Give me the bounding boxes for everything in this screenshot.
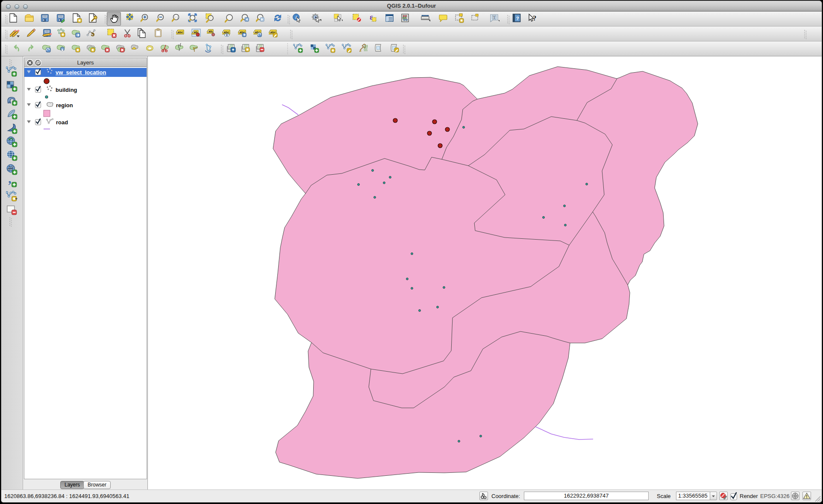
svg-text:i: i [296, 15, 297, 20]
svg-text:?: ? [516, 16, 519, 21]
svg-text:ab: ab [209, 29, 212, 33]
svg-text:T: T [493, 15, 496, 20]
svg-text:?: ? [533, 14, 537, 22]
svg-text:1:1: 1:1 [174, 16, 178, 19]
svg-text:abc: abc [178, 30, 183, 34]
svg-text:,: , [8, 176, 11, 185]
